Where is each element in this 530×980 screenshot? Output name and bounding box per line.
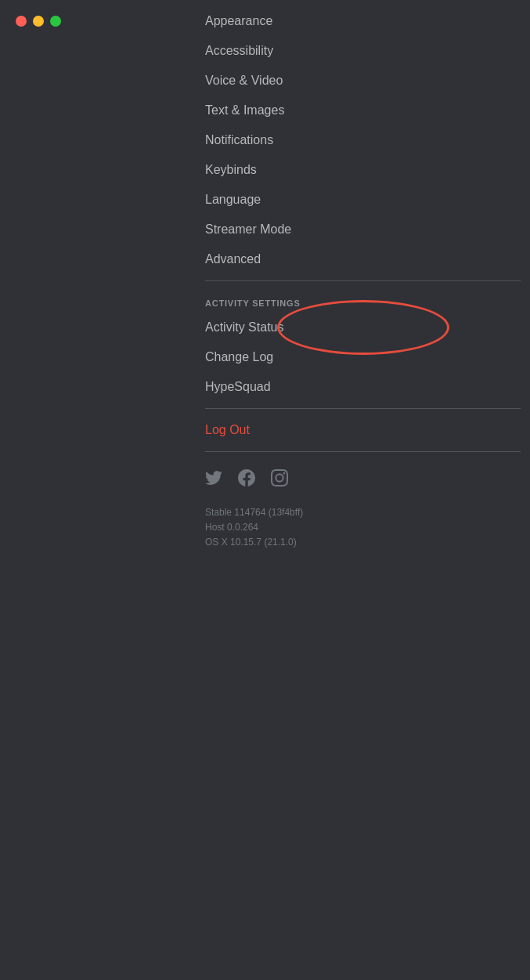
nav-item-notifications[interactable]: Notifications — [196, 125, 530, 155]
log-out-button[interactable]: Log Out — [196, 415, 259, 445]
version-host: Host 0.0.264 — [205, 520, 521, 535]
close-button[interactable] — [16, 16, 27, 27]
version-os: OS X 10.15.7 (21.1.0) — [205, 535, 521, 550]
social-links — [196, 458, 530, 502]
nav-item-activity-status[interactable]: Activity Status — [196, 313, 293, 342]
settings-sidebar: Appearance Accessibility Voice & Video T… — [196, 0, 530, 566]
nav-item-text-images[interactable]: Text & Images — [196, 96, 530, 125]
nav-item-change-log[interactable]: Change Log — [196, 342, 530, 372]
divider-1 — [205, 280, 521, 281]
divider-3 — [205, 451, 521, 452]
instagram-icon[interactable] — [271, 469, 288, 491]
nav-item-advanced[interactable]: Advanced — [196, 244, 530, 274]
twitter-icon[interactable] — [205, 469, 222, 491]
minimize-button[interactable] — [33, 16, 44, 27]
nav-item-language[interactable]: Language — [196, 185, 530, 215]
activity-settings-header: ACTIVITY SETTINGS — [196, 287, 530, 313]
version-info: Stable 114764 (13f4bff) Host 0.0.264 OS … — [196, 502, 530, 566]
nav-item-accessibility[interactable]: Accessibility — [196, 36, 530, 66]
divider-2 — [205, 408, 521, 409]
facebook-icon[interactable] — [238, 469, 255, 491]
nav-item-streamer-mode[interactable]: Streamer Mode — [196, 215, 530, 244]
window-controls — [0, 0, 77, 34]
nav-item-hypesquad[interactable]: HypeSquad — [196, 372, 530, 402]
nav-item-voice-video[interactable]: Voice & Video — [196, 66, 530, 96]
nav-item-keybinds[interactable]: Keybinds — [196, 155, 530, 185]
nav-item-appearance[interactable]: Appearance — [196, 6, 530, 36]
version-stable: Stable 114764 (13f4bff) — [205, 505, 521, 520]
maximize-button[interactable] — [50, 16, 61, 27]
activity-status-row: Activity Status — [196, 313, 530, 342]
settings-container: Appearance Accessibility Voice & Video T… — [0, 0, 530, 980]
